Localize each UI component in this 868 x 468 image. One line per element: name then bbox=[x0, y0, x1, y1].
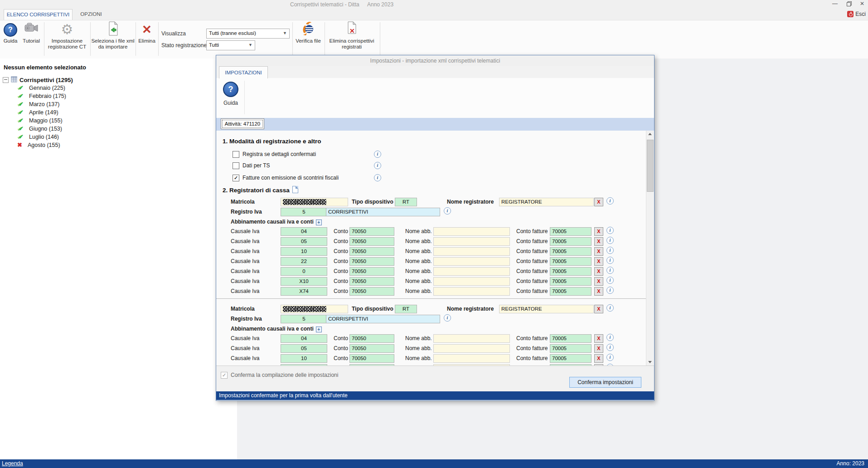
minimize-icon[interactable]: — bbox=[832, 0, 838, 7]
info-icon[interactable]: i bbox=[606, 354, 614, 361]
conto-fatture-field[interactable]: 70005 bbox=[550, 267, 592, 276]
visualizza-dropdown[interactable]: Tutti (tranne esclusi) ▼ bbox=[206, 29, 290, 39]
nome-abb-field[interactable] bbox=[433, 267, 510, 276]
conto-field[interactable]: 70050 bbox=[349, 237, 394, 246]
info-icon[interactable]: i bbox=[606, 257, 614, 264]
delete-row-button[interactable]: X bbox=[594, 287, 603, 296]
scrollbar-thumb[interactable] bbox=[647, 140, 654, 192]
nome-abb-field[interactable] bbox=[433, 287, 510, 296]
causale-iva-field[interactable]: 04 bbox=[281, 227, 327, 236]
delete-row-button[interactable]: X bbox=[594, 334, 603, 343]
matricola-field[interactable] bbox=[281, 305, 348, 313]
tab-impostazioni[interactable]: IMPOSTAZIONI bbox=[219, 66, 268, 78]
registro-iva-num-field[interactable]: 5 bbox=[281, 315, 327, 323]
tree-item-marzo[interactable]: ✔Marzo (137) bbox=[3, 100, 73, 108]
tree-item-agosto[interactable]: ✖Agosto (155) bbox=[3, 141, 73, 149]
tutorial-button[interactable]: Tutorial bbox=[20, 21, 43, 44]
expand-plus-icon[interactable]: + bbox=[316, 327, 322, 332]
elimina-button[interactable]: ✕ Elimina bbox=[136, 21, 157, 44]
conto-field[interactable]: 70050 bbox=[349, 267, 394, 276]
delete-row-button[interactable]: X bbox=[594, 267, 603, 276]
conferma-impostazioni-button[interactable]: Conferma impostazioni bbox=[569, 377, 641, 388]
registro-iva-name-field[interactable]: CORRISPETTIVI bbox=[326, 208, 440, 216]
delete-row-button[interactable]: X bbox=[594, 344, 603, 353]
info-icon[interactable]: i bbox=[374, 151, 381, 158]
delete-register-button[interactable]: X bbox=[594, 305, 603, 313]
tab-opzioni[interactable]: OPZIONI bbox=[76, 9, 106, 20]
delete-row-button[interactable]: X bbox=[594, 237, 603, 246]
info-icon[interactable]: i bbox=[606, 197, 614, 205]
info-icon[interactable]: i bbox=[606, 334, 614, 341]
info-icon[interactable]: i bbox=[374, 174, 381, 181]
conto-field[interactable]: 70050 bbox=[349, 227, 394, 236]
tab-elenco-corrispettivi[interactable]: ELENCO CORRISPETTIVI bbox=[4, 9, 73, 20]
delete-register-button[interactable]: X bbox=[594, 198, 603, 206]
expand-plus-icon[interactable]: + bbox=[316, 219, 322, 225]
tree-item-maggio[interactable]: ✔Maggio (155) bbox=[3, 117, 73, 125]
dialog-guida-button[interactable]: ? Guida bbox=[221, 82, 241, 106]
nome-registratore-field[interactable]: REGISTRATORE bbox=[499, 305, 594, 313]
delete-row-button[interactable]: X bbox=[594, 227, 603, 236]
document-icon[interactable] bbox=[292, 186, 298, 193]
legenda-link[interactable]: Legenda bbox=[2, 460, 23, 467]
causale-iva-field[interactable]: 05 bbox=[281, 237, 327, 246]
tipo-dispositivo-field[interactable]: RT bbox=[395, 198, 417, 206]
tree-item-aprile[interactable]: ✔Aprile (149) bbox=[3, 108, 73, 117]
nome-abb-field[interactable] bbox=[433, 277, 510, 286]
nome-abb-field[interactable] bbox=[433, 257, 510, 266]
nome-abb-field[interactable] bbox=[433, 247, 510, 256]
tree-item-febbraio[interactable]: ✔Febbraio (175) bbox=[3, 92, 73, 100]
conto-field[interactable]: 70050 bbox=[349, 354, 394, 363]
conto-fatture-field[interactable]: 70005 bbox=[550, 257, 592, 266]
dialog-scrollbar[interactable] bbox=[646, 131, 654, 366]
delete-row-button[interactable]: X bbox=[594, 354, 603, 363]
nome-abb-field[interactable] bbox=[433, 354, 510, 363]
restore-icon[interactable] bbox=[845, 0, 852, 7]
checkbox-icon[interactable] bbox=[233, 162, 239, 169]
delete-row-button[interactable]: X bbox=[594, 277, 603, 286]
info-icon[interactable]: i bbox=[606, 227, 614, 234]
guida-button[interactable]: ? Guida bbox=[1, 21, 20, 44]
tree-item-giugno[interactable]: ✔Giugno (153) bbox=[3, 125, 73, 133]
nome-abb-field[interactable] bbox=[433, 237, 510, 246]
tree-item-luglio[interactable]: ✔Luglio (146) bbox=[3, 133, 73, 141]
causale-iva-field[interactable]: X10 bbox=[281, 277, 327, 286]
info-icon[interactable]: i bbox=[374, 162, 381, 169]
causale-iva-field[interactable]: 22 bbox=[281, 257, 327, 266]
info-icon[interactable]: i bbox=[444, 314, 451, 322]
conto-field[interactable]: 70050 bbox=[349, 344, 394, 353]
info-icon[interactable]: i bbox=[606, 247, 614, 254]
causale-iva-field[interactable]: 10 bbox=[281, 354, 327, 363]
conto-field[interactable]: 70050 bbox=[349, 257, 394, 266]
scroll-down-icon[interactable] bbox=[646, 358, 654, 366]
conto-fatture-field[interactable]: 70005 bbox=[550, 277, 592, 286]
causale-iva-field[interactable]: X74 bbox=[281, 287, 327, 296]
elimina-corrispettivi-registrati-button[interactable]: ✕ Elimina corrispettivi registrati bbox=[325, 21, 378, 50]
causale-iva-field[interactable]: 10 bbox=[281, 247, 327, 256]
conto-fatture-field[interactable]: 70005 bbox=[550, 227, 592, 236]
conto-fatture-field[interactable]: 70005 bbox=[550, 287, 592, 296]
conto-field[interactable]: 70050 bbox=[349, 334, 394, 343]
delete-row-button[interactable]: X bbox=[594, 247, 603, 256]
info-icon[interactable]: i bbox=[444, 207, 451, 214]
causale-iva-field[interactable]: 05 bbox=[281, 344, 327, 353]
nome-registratore-field[interactable]: REGISTRATORE bbox=[499, 198, 594, 206]
registro-iva-num-field[interactable]: 5 bbox=[281, 208, 327, 216]
info-icon[interactable]: i bbox=[606, 237, 614, 244]
info-icon[interactable]: i bbox=[606, 344, 614, 351]
checkbox-icon[interactable] bbox=[233, 151, 239, 158]
conto-fatture-field[interactable]: 70005 bbox=[550, 247, 592, 256]
delete-row-button[interactable]: X bbox=[594, 257, 603, 266]
impostazione-registrazione-ct-button[interactable]: ⚙ Impostazione registrazione CT bbox=[45, 21, 89, 50]
conto-field[interactable]: 70050 bbox=[349, 277, 394, 286]
tree-item-gennaio[interactable]: ✔Gennaio (225) bbox=[3, 84, 73, 92]
causale-iva-field[interactable]: 0 bbox=[281, 267, 327, 276]
exit-button[interactable]: Esci bbox=[847, 11, 866, 17]
conto-field[interactable]: 70050 bbox=[349, 287, 394, 296]
nome-abb-field[interactable] bbox=[433, 227, 510, 236]
checkbox-icon[interactable]: ✓ bbox=[233, 175, 239, 181]
info-icon[interactable]: i bbox=[606, 304, 614, 312]
tipo-dispositivo-field[interactable]: RT bbox=[395, 305, 417, 313]
conto-fatture-field[interactable]: 70005 bbox=[550, 354, 592, 363]
nome-abb-field[interactable] bbox=[433, 344, 510, 353]
